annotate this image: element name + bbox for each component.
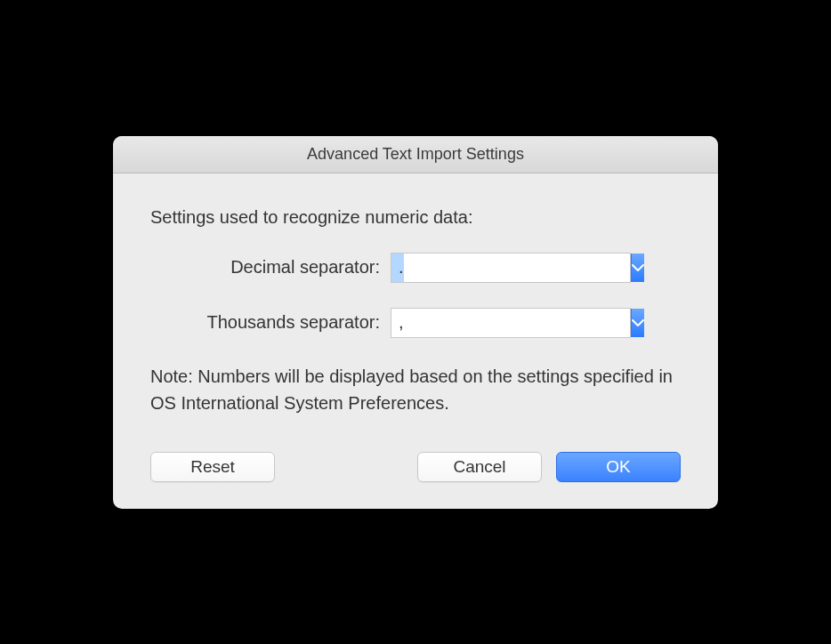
titlebar: Advanced Text Import Settings bbox=[113, 136, 718, 173]
settings-heading: Settings used to recognize numeric data: bbox=[150, 207, 681, 228]
dialog-title: Advanced Text Import Settings bbox=[307, 145, 524, 164]
dialog-advanced-text-import: Advanced Text Import Settings Settings u… bbox=[113, 136, 718, 509]
note-text: Note: Numbers will be displayed based on… bbox=[150, 363, 681, 416]
reset-button[interactable]: Reset bbox=[150, 452, 275, 482]
chevron-down-icon[interactable] bbox=[631, 309, 644, 337]
thousands-separator-input[interactable] bbox=[391, 309, 631, 337]
dialog-content: Settings used to recognize numeric data:… bbox=[113, 173, 718, 509]
thousands-separator-row: Thousands separator: bbox=[150, 308, 681, 338]
decimal-separator-row: Decimal separator: bbox=[150, 253, 681, 283]
decimal-separator-label: Decimal separator: bbox=[150, 257, 391, 278]
chevron-down-icon[interactable] bbox=[631, 254, 644, 282]
thousands-separator-combo[interactable] bbox=[391, 308, 631, 338]
ok-button[interactable]: OK bbox=[556, 452, 681, 482]
cancel-button[interactable]: Cancel bbox=[417, 452, 542, 482]
decimal-separator-input[interactable] bbox=[391, 254, 631, 282]
thousands-separator-label: Thousands separator: bbox=[150, 312, 391, 333]
decimal-separator-combo[interactable] bbox=[391, 253, 631, 283]
button-row: Reset Cancel OK bbox=[150, 452, 681, 482]
